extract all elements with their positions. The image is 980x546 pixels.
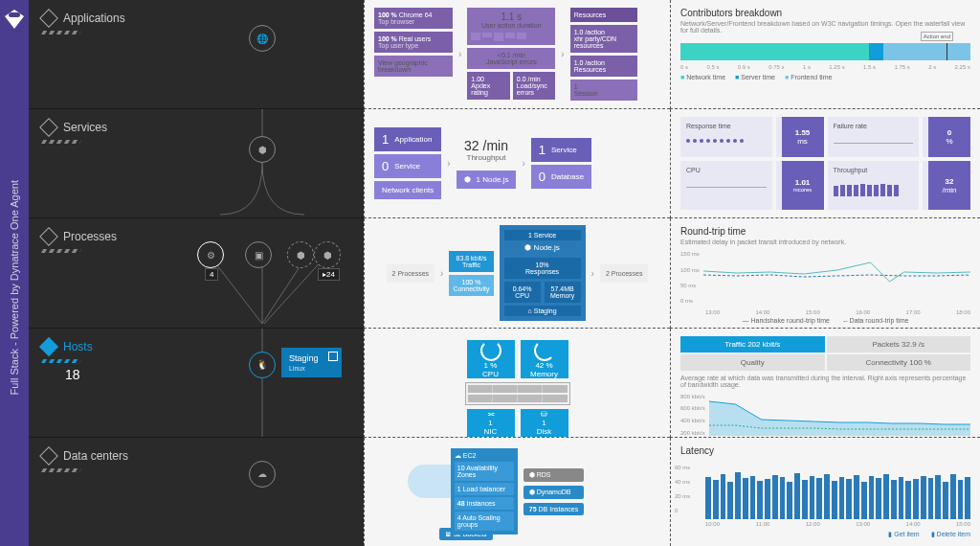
session-tile[interactable]: 1Session <box>570 80 637 101</box>
res-tile[interactable]: 1.0 /actionResources <box>570 56 637 77</box>
res-tile[interactable]: 1.0 /actionxhr party/CDN resources <box>570 25 637 53</box>
nav-services[interactable]: Services ⬢ <box>29 109 364 218</box>
chart-title: Latency <box>680 445 970 456</box>
contributors-chart: Contributors breakdown Network/Server/Fr… <box>670 0 980 109</box>
host-os: Linux <box>289 365 319 372</box>
metric-tabs: Traffic 202 kbit/s Packets 32.9 /s Quali… <box>680 336 970 371</box>
hex-icon <box>39 9 58 28</box>
datacenter-tiles: ☁ EC2 10 Availability Zones 1 Load balan… <box>364 438 670 546</box>
rds-chip[interactable]: ⬢ RDS <box>523 468 584 482</box>
service-icon[interactable]: ⬢ <box>249 136 276 163</box>
line-chart[interactable] <box>703 255 970 307</box>
failure-rate-metric[interactable]: Failure rate <box>828 117 920 157</box>
network-box[interactable]: Network clients <box>374 181 441 199</box>
legend: — Handshake round-trip time-- Data round… <box>680 317 970 324</box>
external-link-icon[interactable] <box>328 352 338 361</box>
svg-marker-0 <box>709 401 970 436</box>
geo-link[interactable]: View geographic breakdown <box>374 56 453 77</box>
chart-title: Round-trip time <box>680 226 970 237</box>
apdex-tile[interactable]: 1.00Apdex rating <box>467 72 510 100</box>
ec2-card[interactable]: ☁ EC2 10 Availability Zones 1 Load balan… <box>451 448 518 535</box>
chart-title: Contributors breakdown <box>680 8 970 18</box>
cpu-metric[interactable]: CPU <box>680 161 772 210</box>
host-card[interactable]: Staging Linux <box>281 348 342 377</box>
cpu-gauge[interactable]: 1 %CPU <box>467 340 515 378</box>
disk-tile[interactable]: ⛁ 1Disk <box>521 409 568 438</box>
slash-icon <box>41 31 81 34</box>
slash-icon <box>41 359 81 363</box>
timeline-bar[interactable] <box>680 43 970 60</box>
nav-applications[interactable]: Applications 🌐 <box>29 0 364 109</box>
nav-hosts[interactable]: Hosts 18 🐧 Staging Linux <box>29 329 364 438</box>
service-box[interactable]: 1Service <box>531 138 591 162</box>
node-box[interactable]: ⬢ 1 Node.js <box>457 171 517 189</box>
server-icon <box>465 382 570 405</box>
slash-icon <box>41 140 81 144</box>
nav-label: Hosts <box>63 340 93 353</box>
js-tile[interactable]: <0.1 /minJavaScript errors <box>467 48 555 69</box>
brand-sidebar: Full Stack - Powered by Dynatrace One Ag… <box>0 0 29 546</box>
legend: Network time Server time Frontend time <box>680 74 970 80</box>
tab-quality[interactable]: Quality <box>680 354 825 371</box>
proc-right[interactable]: 2 Processes <box>600 264 649 283</box>
slash-icon <box>41 249 81 253</box>
uad-tile[interactable]: 1.1 sUser action duration <box>467 8 555 45</box>
nav-label: Data centers <box>63 449 128 463</box>
chart-subtitle: Average rate at which data was transmitt… <box>680 375 970 388</box>
logo-icon <box>5 10 24 29</box>
tab-traffic[interactable]: Traffic 202 kbit/s <box>680 336 825 353</box>
chart-subtitle: Estimated delay in packet transit introd… <box>680 239 970 245</box>
dynamo-chip[interactable]: ⬢ DynamoDB <box>523 486 584 499</box>
process-count-badge: 4 <box>205 268 218 281</box>
area-chart[interactable] <box>709 394 970 436</box>
nav-label: Processes <box>63 230 117 243</box>
process-card[interactable]: 1 Service ⬢ Node.js 10%Responses 0.64%CP… <box>500 225 586 321</box>
nav-processes[interactable]: Processes ⚙ 4 ▣ ⬢ ⬢ ▸24 <box>29 218 364 328</box>
hex-icon <box>39 228 58 247</box>
app-tiles: 100 % Chrome 64Top browser 100 % Real us… <box>364 0 670 109</box>
bar-chart[interactable] <box>705 464 970 519</box>
slash-icon <box>41 468 81 472</box>
database-box[interactable]: 0Database <box>531 165 591 189</box>
load-tile[interactable]: 0.0 /minLoad/sync errors <box>513 72 556 100</box>
service-box[interactable]: 0Service <box>374 154 441 178</box>
dynamo-detail[interactable]: 75 DB Instances <box>523 503 584 515</box>
response-time-metric[interactable]: Response time <box>680 117 772 157</box>
resources-header: Resources <box>570 8 637 22</box>
hex-icon <box>39 118 58 137</box>
throughput-value: 32 /minThroughput <box>457 138 517 162</box>
chevron-right-icon: › <box>561 49 564 59</box>
detail-column: 100 % Chrome 64Top browser 100 % Real us… <box>364 0 670 546</box>
chevron-right-icon: › <box>458 49 461 59</box>
service-flow: 1Application 0Service Network clients › … <box>364 109 670 218</box>
users-tile[interactable]: 100 % Real usersTop user type <box>374 32 453 53</box>
rtt-chart: Round-trip time Estimated delay in packe… <box>670 218 980 328</box>
proc-left[interactable]: 2 Processes <box>387 264 435 283</box>
tab-connectivity[interactable]: Connectivity 100 % <box>827 354 971 371</box>
browser-tile[interactable]: 100 % Chrome 64Top browser <box>374 8 453 29</box>
globe-icon[interactable]: 🌐 <box>249 25 276 52</box>
linux-icon[interactable]: 🐧 <box>249 352 276 378</box>
cloud-icon[interactable]: ☁ <box>249 461 276 488</box>
host-tiles: 1 %CPU 42 %Memory ⫘ 1NIC ⛁ 1Disk <box>364 329 670 438</box>
process-flow: 2 Processes › 83.8 kbit/sTraffic 100 %Co… <box>364 218 670 328</box>
charts-column: Contributors breakdown Network/Server/Fr… <box>670 0 980 546</box>
x-axis: 0 s0.5 s0.9 s0.75 s1 s1.25 s1.5 s1.75 s2… <box>680 64 970 70</box>
tab-packets[interactable]: Packets 32.9 /s <box>827 336 971 353</box>
host-name: Staging <box>289 353 319 363</box>
rate-badge: ▸24 <box>318 268 340 281</box>
nav-datacenters[interactable]: Data centers ☁ <box>29 438 364 546</box>
traffic-tile[interactable]: 83.8 kbit/sTraffic <box>449 251 493 272</box>
nav-label: Applications <box>63 11 125 25</box>
mem-gauge[interactable]: 42 %Memory <box>521 340 568 378</box>
latency-chart: Latency 60 ms40 ms20 ms0 10:0011:0012:00… <box>670 438 980 546</box>
app-box[interactable]: 1Application <box>374 127 441 151</box>
hex-icon <box>39 446 58 466</box>
topology-nav: Applications 🌐 Services ⬢ Processes ⚙ 4 … <box>29 0 364 546</box>
conn-tile[interactable]: 100 %Connectivity <box>449 275 493 296</box>
nic-tile[interactable]: ⫘ 1NIC <box>467 409 515 438</box>
hex-icon <box>39 337 58 356</box>
throughput-metric[interactable]: Throughput <box>828 161 920 210</box>
brand-text: Full Stack - Powered by Dynatrace One Ag… <box>9 180 20 395</box>
legend: ▮ Get item▮ Delete item <box>680 531 970 538</box>
